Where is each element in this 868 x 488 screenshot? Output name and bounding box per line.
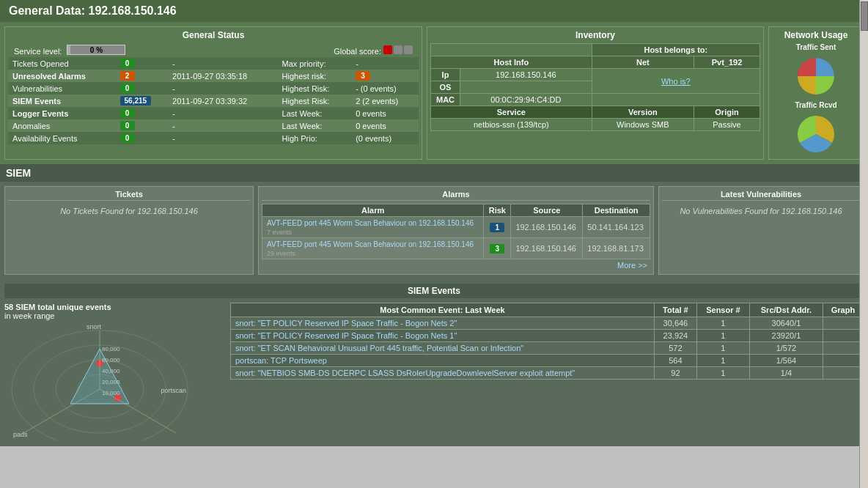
event-sensor: 1: [696, 342, 749, 355]
tickets-title: Tickets: [8, 190, 250, 201]
event-name: snort: "ET POLICY Reserved IP Space Traf…: [231, 317, 655, 330]
alarms-table: Alarm Risk Source Destination AVT-FEED p…: [262, 204, 650, 259]
event-graph: [823, 355, 863, 367]
service-level-bar: 0 %: [67, 45, 125, 55]
origin-col-label: Origin: [694, 106, 760, 119]
tickets-panel: Tickets No Tickets Found for 192.168.150…: [4, 186, 254, 275]
radar-svg: snort portscan pads 80,000 60,000 40,000…: [4, 323, 195, 440]
row-value: -: [168, 119, 278, 132]
event-srcdst: 23920/1: [750, 330, 823, 342]
events-table: Most Common Event: Last Week Total # Sen…: [230, 303, 864, 380]
vuln-title: Latest Vulnerabilities: [662, 190, 860, 201]
os-label: OS: [431, 81, 460, 94]
row-label: Availability Events: [8, 132, 116, 144]
row-right-label: Max priority:: [278, 57, 352, 70]
no-tickets-text: No Tickets Found for 192.168.150.146: [8, 204, 250, 218]
vuln-panel: Latest Vulnerabilities No Vulnerabilitie…: [658, 186, 864, 275]
siem-events-content: 58 SIEM total unique events in week rang…: [4, 303, 864, 442]
inventory-panel: Inventory Host belongs to: Host Info Net…: [427, 26, 764, 160]
row-label: SIEM Events: [8, 95, 116, 107]
destination-col-header: Destination: [583, 204, 650, 217]
row-right-label: Last Week:: [278, 107, 352, 119]
pie-charts: Traffic Sent Traffic Rcvd: [772, 43, 860, 156]
more-link[interactable]: More >>: [262, 259, 650, 271]
ip-label: Ip: [431, 69, 460, 81]
row-value: 2011-09-27 03:39:32: [168, 95, 278, 107]
inventory-ip-row: Ip 192.168.150.146 Who is?: [431, 69, 760, 81]
radar-chart-container: 58 SIEM total unique events in week rang…: [4, 303, 224, 442]
score-dot-gray1: [394, 45, 402, 54]
global-score-label: Global score:: [334, 47, 381, 56]
row-value: 2011-09-27 03:35:18: [168, 70, 278, 82]
row-label: Vulnerabilities: [8, 82, 116, 95]
alarm-row: AVT-FEED port 445 Worm Scan Behaviour on…: [262, 217, 650, 238]
event-srcdst: 30640/1: [750, 317, 823, 330]
network-usage-panel: Network Usage Traffic Sent Traffic Rcvd: [768, 26, 864, 160]
alarm-risk: 3: [484, 238, 511, 259]
inventory-header-row: Host belongs to:: [431, 44, 760, 56]
top-section: General Status Service level: 0 % Global…: [0, 22, 868, 164]
events-header-row: Most Common Event: Last Week Total # Sen…: [231, 303, 864, 317]
radar-portscan-label: portscan: [161, 387, 186, 394]
event-name: snort: "NETBIOS SMB-DS DCERPC LSASS DsRo…: [231, 367, 655, 380]
row-right-label: High Prio:: [278, 132, 352, 144]
risk-col-header: Risk: [484, 204, 511, 217]
right-panels: Inventory Host belongs to: Host Info Net…: [427, 26, 864, 160]
svg-line-11: [23, 389, 100, 433]
row-value: -: [168, 132, 278, 144]
service-level-row: Service level: 0 % Global score:: [8, 43, 419, 57]
host-info-header: [431, 44, 592, 56]
scale-80k: 80,000: [102, 346, 120, 352]
scale-60k: 60,000: [102, 357, 120, 363]
radar-info: 58 SIEM total unique events in week rang…: [4, 303, 224, 320]
row-right-value: 2 (2 events): [351, 95, 419, 107]
scrollbar[interactable]: [859, 0, 868, 446]
event-graph: [823, 367, 863, 380]
event-sensor: 1: [696, 367, 749, 380]
table-row: Unresolved Alarms 2 2011-09-27 03:35:18 …: [8, 70, 419, 82]
event-sensor: 1: [696, 355, 749, 367]
host-belongs-header: Host belongs to:: [592, 44, 760, 56]
mac-value: 00:0C:29:94:C4:DD: [460, 94, 592, 106]
source-col-header: Source: [511, 204, 583, 217]
row-label: Unresolved Alarms: [8, 70, 116, 82]
event-name: snort: "ET POLICY Reserved IP Space Traf…: [231, 330, 655, 342]
inventory-service-header: Service Version Origin: [431, 106, 760, 119]
service-level-label: Service level:: [14, 47, 62, 56]
siem-events-section: SIEM Events 58 SIEM total unique events …: [0, 279, 868, 446]
traffic-rcvd-chart: [794, 112, 838, 156]
scale-40k: 40,000: [102, 368, 120, 374]
alarms-header-row: Alarm Risk Source Destination: [262, 204, 650, 217]
row-badge: 0: [116, 119, 169, 132]
scrollbar-thumb[interactable]: [861, 1, 868, 31]
row-label: Logger Events: [8, 107, 116, 119]
event-col-header: Most Common Event: Last Week: [231, 303, 655, 317]
row-right-label: Highest risk:: [278, 70, 352, 82]
table-row: Logger Events 0 - Last Week: 0 events: [8, 107, 419, 119]
os-value: [460, 81, 592, 94]
service-level-value: 0 %: [67, 46, 125, 54]
row-label: Tickets Opened: [8, 57, 116, 70]
graph-col-header: Graph: [823, 303, 863, 317]
global-score-section: Global score:: [334, 45, 413, 56]
event-total: 30,646: [655, 317, 697, 330]
events-table-container: Most Common Event: Last Week Total # Sen…: [230, 303, 864, 442]
row-right-badge: 3: [351, 70, 419, 82]
net-label: Net: [592, 56, 694, 69]
row-label: Anomalies: [8, 119, 116, 132]
event-name: snort: "ET SCAN Behavioral Unusual Port …: [231, 342, 655, 355]
row-badge: 0: [116, 82, 169, 95]
event-name: portscan: TCP Portsweep: [231, 355, 655, 367]
who-is-link[interactable]: Who is?: [661, 77, 691, 86]
status-table: Tickets Opened 0 - Max priority: - Unres…: [8, 57, 419, 144]
service-value: netbios-ssn (139/tcp): [431, 119, 592, 131]
event-sensor: 1: [696, 317, 749, 330]
event-graph: [823, 342, 863, 355]
event-row: snort: "ET SCAN Behavioral Unusual Port …: [231, 342, 864, 355]
table-row: Availability Events 0 - High Prio: (0 ev…: [8, 132, 419, 144]
version-col-label: Version: [592, 106, 694, 119]
scale-20k: 20,000: [102, 379, 120, 385]
inventory-mac-row: MAC 00:0C:29:94:C4:DD: [431, 94, 760, 106]
global-score-dots: [383, 45, 413, 54]
siem-header: SIEM: [0, 164, 868, 182]
